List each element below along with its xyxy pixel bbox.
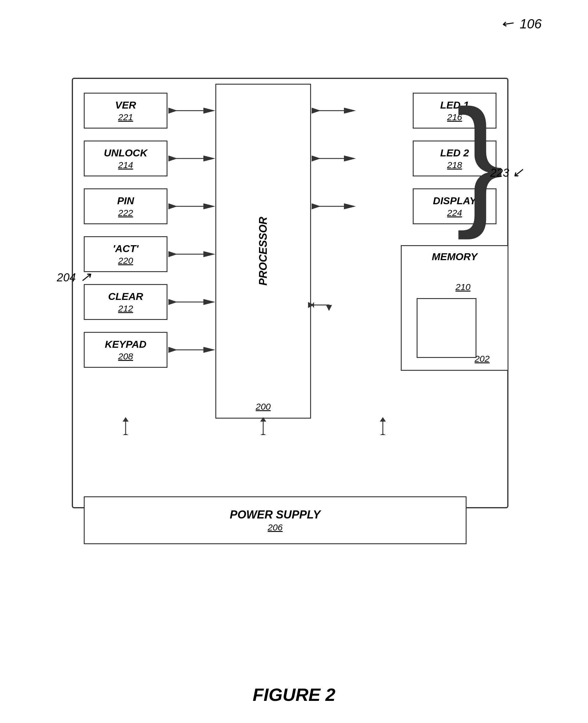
ver-label: VER <box>115 99 136 111</box>
keypad-num: 208 <box>118 351 133 362</box>
pin-label: PIN <box>117 195 134 207</box>
clear-num: 212 <box>118 303 133 314</box>
memory-outer-num: 202 <box>475 354 489 364</box>
input-pin: PIN 222 <box>84 188 167 224</box>
diagram-container: 204 ↗ VER 221 UNLOCK 214 PIN 222 'ACT' 2… <box>54 60 526 568</box>
clear-label: CLEAR <box>108 291 143 302</box>
keypad-label: KEYPAD <box>105 339 146 350</box>
pin-num: 222 <box>118 208 133 218</box>
label-223: 223 ↙ <box>490 165 523 180</box>
input-unlock: UNLOCK 214 <box>84 141 167 176</box>
processor-label: PROCESSOR <box>257 217 270 285</box>
figure-title: FIGURE 2 <box>253 684 336 705</box>
act-label: 'ACT' <box>113 243 139 254</box>
power-num: 206 <box>268 523 282 533</box>
fig-ref-number: 106 <box>520 17 542 31</box>
memory-box: MEMORY 210 202 <box>401 245 508 371</box>
processor-num: 200 <box>256 402 271 412</box>
ver-num: 221 <box>118 112 133 122</box>
fig-ref-label: 106 <box>520 17 542 31</box>
act-num: 220 <box>118 256 133 266</box>
processor-box: PROCESSOR 200 <box>215 84 311 419</box>
brace-223-icon: } <box>456 88 504 232</box>
memory-inner-num: 210 <box>456 282 470 292</box>
input-ver: VER 221 <box>84 93 167 129</box>
memory-label: MEMORY <box>402 251 507 262</box>
input-keypad: KEYPAD 208 <box>84 332 167 368</box>
input-clear: CLEAR 212 <box>84 284 167 320</box>
memory-inner-box <box>417 298 477 358</box>
unlock-label: UNLOCK <box>104 147 147 159</box>
fig-arrow-icon: ↙ <box>499 13 517 32</box>
unlock-num: 214 <box>118 160 133 170</box>
page: 106 ↙ 204 ↗ VER 221 UNLOCK 214 PIN 222 '… <box>0 0 588 723</box>
input-act: 'ACT' 220 <box>84 236 167 272</box>
power-label: POWER SUPPLY <box>230 508 320 521</box>
power-supply-box: POWER SUPPLY 206 <box>84 496 466 544</box>
